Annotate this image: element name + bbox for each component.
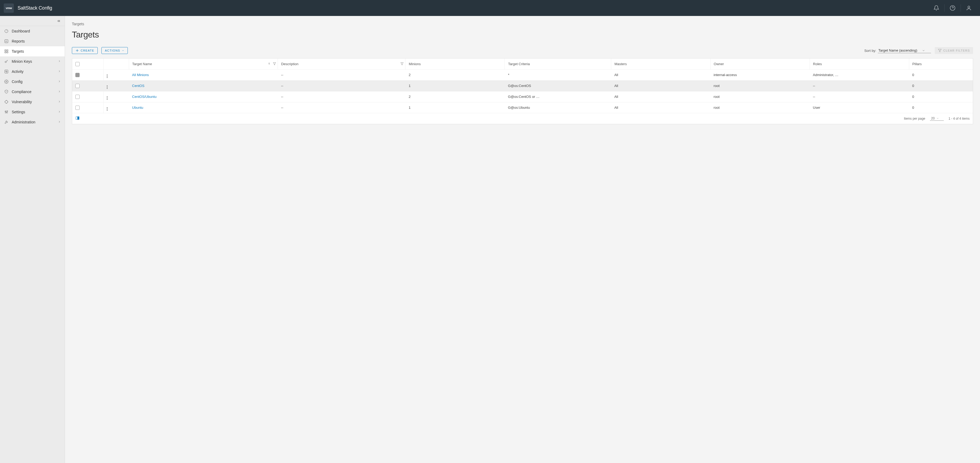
cell-criteria: *: [505, 70, 611, 80]
sidebar-item-label: Vulnerability: [12, 100, 54, 104]
chevron-right-icon: [58, 79, 61, 84]
filter-icon: [401, 62, 404, 65]
sidebar-item-targets[interactable]: Targets: [0, 46, 65, 56]
row-actions-cell[interactable]: [103, 102, 129, 113]
row-checkbox-cell[interactable]: [72, 102, 103, 113]
row-checkbox-cell[interactable]: [72, 80, 103, 91]
notifications-button[interactable]: [928, 0, 944, 16]
page-title: Targets: [72, 30, 973, 40]
grid-icon: [4, 49, 8, 54]
user-icon: [966, 5, 972, 11]
header-label: Target Name: [132, 62, 152, 66]
header-pillars[interactable]: Pillars: [909, 59, 973, 70]
shell: DashboardReportsTargetsMinion KeysActivi…: [0, 16, 980, 463]
header-roles[interactable]: Roles: [810, 59, 909, 70]
column-toggle-button[interactable]: [75, 116, 80, 121]
row-actions-cell[interactable]: [103, 70, 129, 80]
sidebar-item-dashboard[interactable]: Dashboard: [0, 26, 65, 36]
key-icon: [4, 59, 8, 63]
sidebar-item-activity[interactable]: Activity: [0, 67, 65, 76]
target-name-link[interactable]: All Minions: [132, 73, 149, 77]
create-button[interactable]: CREATE: [72, 47, 98, 54]
header-criteria[interactable]: Target Criteria: [505, 59, 611, 70]
header-minions[interactable]: Minions: [406, 59, 505, 70]
items-per-page-label: Items per page: [904, 117, 925, 121]
row-checkbox-cell[interactable]: [72, 91, 103, 102]
svg-point-25: [7, 111, 8, 111]
svg-rect-8: [5, 50, 6, 51]
cell-target-name[interactable]: Ubuntu: [129, 102, 278, 113]
sidebar-item-label: Settings: [12, 110, 54, 114]
cell-description: --: [278, 70, 405, 80]
table-row[interactable]: All Minions--2*Allinternal-accessAdminis…: [72, 70, 973, 80]
help-button[interactable]: [945, 0, 961, 16]
header-target-name[interactable]: Target Name: [129, 59, 278, 70]
svg-point-2: [968, 6, 970, 8]
cell-description: --: [278, 91, 405, 102]
table-row[interactable]: Ubuntu--1G@os:UbuntuAllrootUser0: [72, 102, 973, 113]
header-masters[interactable]: Masters: [611, 59, 710, 70]
row-checkbox-cell[interactable]: [72, 70, 103, 80]
cell-description: --: [278, 80, 405, 91]
cell-masters: All: [611, 80, 710, 91]
svg-point-15: [5, 100, 8, 103]
header-owner[interactable]: Owner: [710, 59, 810, 70]
chevron-right-icon: [58, 110, 61, 114]
svg-marker-28: [938, 49, 942, 52]
target-icon: [4, 100, 8, 104]
target-name-link[interactable]: CentOS: [132, 84, 144, 88]
sidebar-item-minion-keys[interactable]: Minion Keys: [0, 56, 65, 67]
sidebar-item-settings[interactable]: Settings: [0, 107, 65, 117]
sidebar-item-administration[interactable]: Administration: [0, 117, 65, 127]
header-actions: [103, 59, 129, 70]
header-label: Owner: [714, 62, 724, 66]
svg-rect-10: [5, 52, 6, 53]
header-select-all[interactable]: [72, 59, 103, 70]
page-size-value: 20: [931, 116, 934, 120]
sidebar-item-vulnerability[interactable]: Vulnerability: [0, 97, 65, 107]
target-name-link[interactable]: Ubuntu: [132, 106, 143, 109]
cell-target-name[interactable]: CentOS/Ubuntu: [129, 91, 278, 102]
sidebar-item-reports[interactable]: Reports: [0, 36, 65, 46]
bell-icon: [934, 5, 939, 11]
wrench-icon: [4, 120, 8, 124]
breadcrumb: Targets: [72, 22, 973, 26]
svg-rect-9: [6, 50, 8, 51]
sort-value: Target Name (ascending): [878, 48, 917, 52]
row-actions-cell[interactable]: [103, 80, 129, 91]
sidebar-item-compliance[interactable]: Compliance: [0, 87, 65, 97]
top-bar: vmw SaltStack Config: [0, 0, 980, 16]
svg-point-21: [5, 111, 6, 112]
table-row[interactable]: CentOS/Ubuntu--2G@os:CentOS or …Allroot-…: [72, 91, 973, 102]
shield-icon: [4, 90, 8, 94]
row-actions-cell[interactable]: [103, 91, 129, 102]
sidebar-item-label: Dashboard: [12, 29, 61, 33]
logo-text: vmw: [6, 6, 12, 10]
create-button-label: CREATE: [81, 49, 94, 52]
header-label: Target Criteria: [508, 62, 530, 66]
chevron-right-icon: [58, 59, 61, 63]
sidebar-item-label: Config: [12, 79, 54, 84]
cell-minions: 1: [406, 102, 505, 113]
cell-target-name[interactable]: All Minions: [129, 70, 278, 80]
page-size-select[interactable]: 20: [930, 116, 943, 121]
actions-button[interactable]: ACTIONS: [102, 47, 128, 54]
cell-roles: Administrator, …: [810, 70, 909, 80]
svg-point-0: [950, 6, 955, 10]
table-row[interactable]: CentOS--1G@os:CentOSAllroot--0: [72, 80, 973, 91]
sidebar-collapse-button[interactable]: [0, 16, 65, 26]
target-name-link[interactable]: CentOS/Ubuntu: [132, 95, 156, 99]
cell-roles: --: [810, 80, 909, 91]
cell-description: --: [278, 102, 405, 113]
header-label: Description: [281, 62, 298, 66]
cell-minions: 1: [406, 80, 505, 91]
user-menu-button[interactable]: [961, 0, 977, 16]
kebab-icon: [107, 75, 108, 78]
header-description[interactable]: Description: [278, 59, 405, 70]
cell-masters: All: [611, 91, 710, 102]
sort-select[interactable]: Target Name (ascending): [878, 48, 931, 53]
sidebar-item-config[interactable]: Config: [0, 76, 65, 87]
sort-control: Sort by: Target Name (ascending): [864, 48, 931, 53]
cell-target-name[interactable]: CentOS: [129, 80, 278, 91]
cell-criteria: G@os:CentOS: [505, 80, 611, 91]
